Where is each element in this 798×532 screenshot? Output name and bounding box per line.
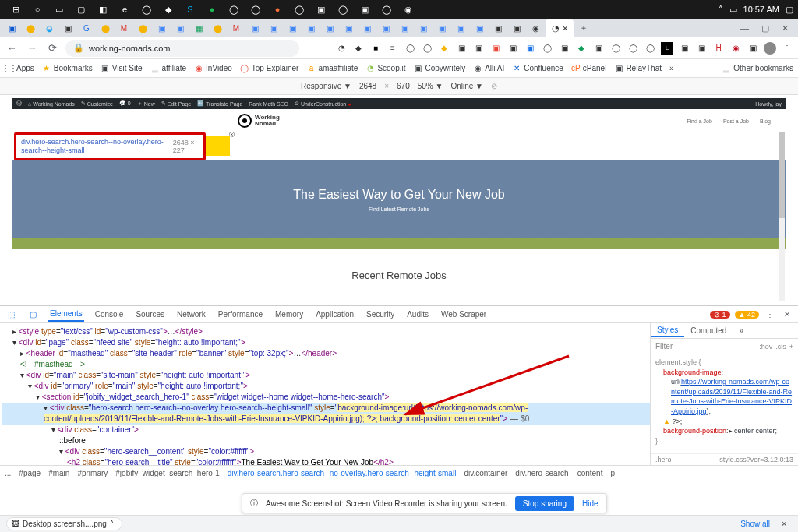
wp-rankmath[interactable]: Rank Math SEO — [249, 101, 288, 107]
stop-sharing-button[interactable]: Stop sharing — [515, 496, 574, 511]
ext-icon[interactable]: ■ — [369, 42, 382, 55]
ext-icon[interactable]: ◯ — [609, 42, 622, 55]
crumb[interactable]: ... — [5, 469, 11, 477]
hide-button[interactable]: Hide — [582, 499, 598, 508]
battery-icon[interactable]: ▭ — [729, 5, 737, 15]
dom-line[interactable]: ::before — [2, 435, 650, 446]
dom-line-selected[interactable]: ▾ <div class="hero-search hero-search--n… — [2, 403, 650, 414]
alliai-bookmark[interactable]: ◉Alli AI — [473, 64, 504, 73]
ext-icon[interactable]: H — [712, 42, 725, 55]
crumb[interactable]: #main — [48, 469, 69, 477]
bookmarks-link[interactable]: ★Bookmarks — [42, 64, 93, 73]
ext-icon[interactable]: ◯ — [541, 42, 553, 55]
crumb[interactable]: div.hero-search__content — [515, 469, 602, 477]
device-zoom[interactable]: 50% ▼ — [418, 82, 443, 90]
wp-customize[interactable]: ✎ Customize — [81, 100, 113, 107]
wp-logo-icon[interactable]: ⓦ — [16, 100, 22, 107]
explorer-icon[interactable]: ▢ — [73, 2, 89, 17]
tab-icon[interactable]: ▣ — [489, 21, 507, 35]
tab-performance[interactable]: Performance — [217, 308, 264, 321]
address-input[interactable]: 🔒 working-nomads.com — [65, 40, 299, 57]
error-count-badge[interactable]: ⊘ 1 — [710, 311, 730, 319]
taskview-icon[interactable]: ▭ — [51, 2, 67, 17]
app-icon[interactable]: ◯ — [226, 2, 242, 17]
dom-line[interactable]: ▸ <style type="text/css" id="wp-custom-c… — [2, 326, 650, 337]
wp-adminbar[interactable]: ⓦ ⌂ Working Nomads ✎ Customize 💬 0 ＋ New… — [12, 98, 786, 109]
tab-sources[interactable]: Sources — [134, 308, 166, 321]
wp-new[interactable]: ＋ New — [137, 100, 155, 107]
settings-icon[interactable]: ⋮ — [764, 308, 776, 321]
scoopit-bookmark[interactable]: ◔Scoop.it — [365, 64, 405, 73]
device-mode[interactable]: Responsive ▼ — [301, 82, 351, 90]
wp-howdy[interactable]: Howdy, jay — [755, 101, 782, 107]
tab-icon[interactable]: M — [115, 21, 132, 35]
copywritely-bookmark[interactable]: ▣Copywritely — [414, 64, 466, 73]
dom-line[interactable]: ▾ <div id="page" class="hfeed site" styl… — [2, 337, 650, 348]
device-height[interactable]: 670 — [397, 82, 410, 90]
clock-text[interactable]: 10:57 AM — [743, 5, 779, 14]
download-chip[interactable]: 🖼 Desktop screensh....png ˄ — [6, 517, 122, 530]
close-devtools-icon[interactable]: ✕ — [781, 308, 793, 321]
dom-line[interactable]: ▾ <div id="main" class="site-main" style… — [2, 370, 650, 381]
tab-icon[interactable]: ▣ — [265, 21, 282, 35]
notifications-icon[interactable]: ▢ — [786, 5, 793, 15]
warning-count-badge[interactable]: ▲ 42 — [735, 311, 759, 319]
ext-icon[interactable]: ◯ — [421, 42, 433, 55]
back-icon[interactable]: ← — [5, 41, 19, 55]
hov-toggle[interactable]: :hov — [759, 343, 772, 351]
ext-icon[interactable]: L — [661, 42, 673, 55]
tab-webscraper[interactable]: Web Scraper — [440, 308, 488, 321]
ext-icon[interactable]: ◯ — [404, 42, 416, 55]
ext-icon[interactable]: ▣ — [489, 42, 502, 55]
cpanel-bookmark[interactable]: cPcPanel — [571, 64, 607, 73]
tab-icon[interactable]: ▣ — [433, 21, 450, 35]
tab-console[interactable]: Console — [94, 308, 125, 321]
app-icon[interactable]: ◯ — [335, 2, 351, 17]
dom-line[interactable]: <h2 class="hero-search__title" style="co… — [2, 457, 650, 465]
nav-blog[interactable]: Blog — [760, 118, 771, 124]
rotate-icon[interactable]: ⊘ — [491, 82, 497, 90]
dom-line[interactable]: ▸ <header id="masthead" class="site-head… — [2, 348, 650, 359]
tab-icon[interactable]: G — [78, 21, 95, 35]
ext-icon[interactable]: ◯ — [644, 42, 656, 55]
tab-icon[interactable]: ⬤ — [22, 21, 39, 35]
app-icon[interactable]: ▣ — [313, 2, 329, 17]
ext-icon[interactable]: ≡ — [387, 42, 399, 55]
crumb[interactable]: #primary — [77, 469, 108, 477]
ext-icon[interactable]: ◯ — [627, 42, 639, 55]
ext-icon[interactable]: ▣ — [695, 42, 708, 55]
dom-line[interactable]: ▾ <div id="primary" role="main" style="h… — [2, 381, 650, 392]
tab-icon[interactable]: ⬤ — [97, 21, 114, 35]
ext-icon[interactable]: ▣ — [455, 42, 468, 55]
tab-network[interactable]: Network — [175, 308, 207, 321]
skype-icon[interactable]: S — [182, 2, 198, 17]
styles-filter[interactable]: Filter — [655, 342, 673, 351]
spotify-icon[interactable]: ● — [204, 2, 220, 17]
ext-icon[interactable]: ▣ — [747, 42, 759, 55]
ext-icon[interactable]: ▣ — [592, 42, 605, 55]
styles-tab-computed[interactable]: Computed — [684, 325, 733, 336]
affiliate-bookmark[interactable]: ▂affiliate — [150, 64, 187, 73]
app-icon[interactable]: ◯ — [248, 2, 263, 17]
amaaffiliate-bookmark[interactable]: aamaaffiliate — [306, 64, 358, 73]
tab-security[interactable]: Security — [365, 308, 396, 321]
tab-icon[interactable]: ▣ — [452, 21, 469, 35]
styles-tab-styles[interactable]: Styles — [651, 324, 684, 337]
crumb[interactable]: div.container — [464, 469, 507, 477]
tab-icon[interactable]: ▣ — [171, 21, 189, 35]
tab-icon[interactable]: ⬤ — [134, 21, 151, 35]
app-icon[interactable]: ◆ — [161, 2, 176, 17]
nav-post[interactable]: Post a Job — [723, 118, 749, 124]
firefox-icon[interactable]: ● — [270, 2, 285, 17]
new-tab-icon[interactable]: ＋ — [575, 21, 592, 35]
wp-under[interactable]: ⊙ UnderConstruction ● — [295, 100, 351, 107]
tab-icon[interactable]: ▦ — [190, 21, 207, 35]
app-icon[interactable]: ◯ — [379, 2, 394, 17]
ext-icon[interactable]: ▣ — [558, 42, 570, 55]
tab-audits[interactable]: Audits — [405, 308, 430, 321]
visit-site-bookmark[interactable]: ▣Visit Site — [101, 64, 143, 73]
tab-icon[interactable]: ▣ — [59, 21, 76, 35]
app-icon[interactable]: ◯ — [291, 2, 307, 17]
start-icon[interactable]: ⊞ — [8, 2, 23, 17]
device-toggle-icon[interactable]: ▢ — [26, 308, 39, 321]
